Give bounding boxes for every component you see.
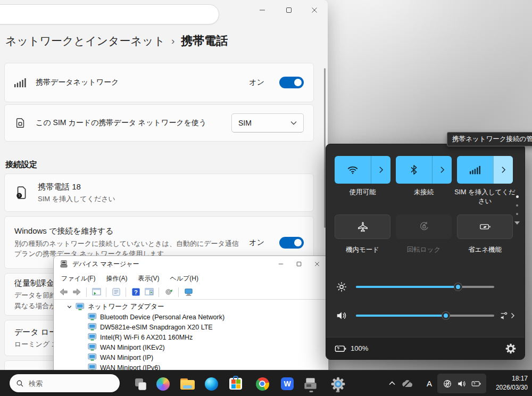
toolbar-separator xyxy=(159,287,159,297)
toolbar-separator xyxy=(86,287,87,297)
cellular-data-label: 携帯データネットワーク xyxy=(36,78,239,87)
tray-system-icons[interactable] xyxy=(437,374,486,393)
battery-saver-icon xyxy=(479,221,491,233)
sim-dropdown-value: SIM xyxy=(238,119,252,127)
tree-item[interactable]: DW5821e-eSIM Snapdragon X20 LTE xyxy=(54,322,328,332)
sim-dropdown[interactable]: SIM xyxy=(231,113,304,133)
microsoft-store-icon xyxy=(229,378,242,390)
section-heading: 接続設定 xyxy=(5,160,37,170)
network-adapter-icon xyxy=(88,343,97,351)
battery-saver-tile xyxy=(457,214,513,239)
sim-select-label: この SIM カードの携帯データ ネットワークを使う xyxy=(36,118,222,128)
microsoft-store-button[interactable] xyxy=(227,375,245,393)
ime-indicator[interactable]: A xyxy=(422,376,436,391)
copilot-button[interactable] xyxy=(154,375,172,393)
wifi-expand-button[interactable] xyxy=(371,156,390,184)
tree-item-network-adapters[interactable]: ネットワーク アダプター xyxy=(54,302,328,312)
settings-maximize-button[interactable] xyxy=(282,5,295,15)
cellular-expand-button[interactable] xyxy=(493,156,513,184)
tray-date: 2026/03/30 xyxy=(496,383,528,392)
keep-connected-toggle[interactable] xyxy=(279,237,304,249)
settings-close-button[interactable] xyxy=(308,5,321,15)
settings-taskbar-button[interactable] xyxy=(329,375,347,393)
bluetooth-toggle-button[interactable] xyxy=(396,156,432,184)
brightness-slider[interactable] xyxy=(356,286,494,288)
forward-button[interactable] xyxy=(71,287,82,298)
page-indicator xyxy=(514,195,520,225)
tree-item-label: DW5821e-eSIM Snapdragon X20 LTE xyxy=(100,324,213,331)
scan-hardware-button[interactable] xyxy=(163,287,174,298)
back-button[interactable] xyxy=(58,287,69,298)
console-tree-button[interactable] xyxy=(91,287,102,298)
window-title: デバイス マネージャー xyxy=(72,260,139,269)
action-pane-button[interactable] xyxy=(144,287,154,298)
network-adapter-icon xyxy=(88,313,97,321)
gear-icon xyxy=(505,343,516,354)
devmgr-maximize-button[interactable] xyxy=(290,257,308,271)
quick-settings-panel: 使用可能 未接続 SIM を挿入してください 機内モード 回転ロック 省エネ機能 xyxy=(326,144,525,360)
device-manager-taskbar-button[interactable] xyxy=(302,375,320,393)
cellular-data-card: 携帯データネットワーク オン xyxy=(4,63,314,102)
volume-row xyxy=(335,309,515,323)
taskbar-search-input[interactable] xyxy=(29,380,109,387)
rotation-lock-label: 回転ロック xyxy=(393,245,455,254)
quick-settings-gear-button[interactable] xyxy=(505,343,516,354)
settings-search-input[interactable] xyxy=(0,4,219,24)
breadcrumb-parent[interactable]: ネットワークとインターネット xyxy=(5,34,165,48)
clock[interactable]: 18:17 2026/03/30 xyxy=(496,374,528,392)
computer-button[interactable] xyxy=(183,287,194,298)
tree-item[interactable]: Bluetooth Device (Personal Area Network) xyxy=(54,312,328,322)
onedrive-tray-button[interactable] xyxy=(400,376,415,391)
tree-item[interactable]: Intel(R) Wi-Fi 6 AX201 160MHz xyxy=(54,332,328,342)
airplane-mode-button[interactable] xyxy=(335,215,390,238)
device-tree: ネットワーク アダプター Bluetooth Device (Personal … xyxy=(54,300,328,378)
svg-text:?: ? xyxy=(134,289,138,295)
battery-saver-button[interactable] xyxy=(458,215,512,238)
network-adapter-icon xyxy=(88,353,97,361)
tray-chevron-up-button[interactable] xyxy=(386,377,398,390)
svg-text:?: ? xyxy=(18,193,20,198)
file-explorer-button[interactable] xyxy=(178,375,196,393)
rotation-lock-button[interactable] xyxy=(396,215,451,238)
wps-office-button[interactable]: W xyxy=(278,375,296,393)
help-button[interactable]: ? xyxy=(130,287,141,298)
cellular-tile xyxy=(457,156,513,184)
battery-percentage[interactable]: 100% xyxy=(351,344,368,352)
bluetooth-expand-button[interactable] xyxy=(432,156,452,184)
bluetooth-label: 未接続 xyxy=(393,188,455,197)
tree-item[interactable]: WAN Miniport (IKEv2) xyxy=(54,342,328,352)
tooltip: 携帯ネットワーク接続の管理 xyxy=(447,132,532,146)
taskbar-search[interactable] xyxy=(10,374,120,392)
cellular-data-state: オン xyxy=(249,78,264,87)
volume-slider[interactable] xyxy=(356,315,494,317)
menu-view[interactable]: 表示(V) xyxy=(132,274,164,283)
device-manager-toolbar: ? xyxy=(54,285,328,300)
chrome-button[interactable] xyxy=(253,375,271,393)
wifi-toggle-button[interactable] xyxy=(335,156,371,184)
chevron-right-icon xyxy=(511,312,515,319)
brightness-slider-thumb[interactable] xyxy=(454,283,462,291)
edge-icon xyxy=(205,377,218,391)
volume-slider-thumb[interactable] xyxy=(442,312,450,319)
task-view-button[interactable] xyxy=(131,375,149,393)
cellular-data-toggle[interactable] xyxy=(279,77,304,88)
devmgr-close-button[interactable] xyxy=(308,257,326,271)
edge-button[interactable] xyxy=(202,375,220,393)
file-explorer-icon xyxy=(180,378,195,390)
page-dot xyxy=(516,213,518,215)
properties-button[interactable] xyxy=(111,287,121,298)
connection-card: ? 携帯電話 18 SIM を挿入してください xyxy=(4,174,314,212)
scroll-down-icon[interactable] xyxy=(514,221,520,225)
cellular-toggle-button[interactable] xyxy=(457,156,493,184)
settings-minimize-button[interactable] xyxy=(256,5,269,15)
tree-item[interactable]: WAN Miniport (IP) xyxy=(54,352,328,362)
toolbar-separator xyxy=(126,287,126,297)
devmgr-minimize-button[interactable] xyxy=(272,257,290,271)
menu-file[interactable]: ファイル(F) xyxy=(56,274,101,283)
menu-action[interactable]: 操作(A) xyxy=(101,274,132,283)
menu-help[interactable]: ヘルプ(H) xyxy=(164,274,204,283)
toolbar-separator xyxy=(106,287,106,297)
tree-expand-icon[interactable] xyxy=(66,304,72,310)
device-manager-titlebar: デバイス マネージャー xyxy=(54,256,328,272)
audio-output-button[interactable] xyxy=(500,311,515,320)
